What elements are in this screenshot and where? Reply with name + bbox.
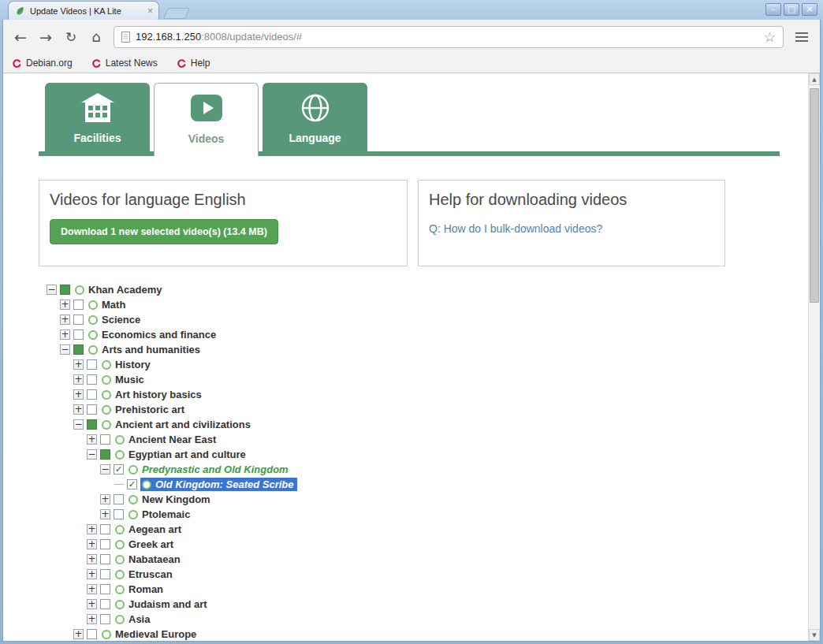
new-tab-button[interactable] (163, 8, 190, 19)
minimize-button[interactable]: – (765, 3, 781, 16)
scroll-up-icon[interactable]: ▲ (809, 73, 820, 85)
node-anchor[interactable]: Ancient art and civilizations (100, 418, 254, 431)
node-anchor[interactable]: Nabataean (114, 553, 184, 566)
node-anchor[interactable]: Ptolemaic (127, 508, 193, 521)
tab-facilities[interactable]: Facilities (45, 83, 150, 151)
node-anchor[interactable]: History (100, 358, 154, 371)
expand-toggle[interactable] (114, 479, 124, 490)
node-anchor[interactable]: Medieval Europe (100, 627, 199, 641)
bulk-download-help-link[interactable]: Q: How do I bulk-download videos? (429, 222, 602, 235)
expand-toggle[interactable]: + (100, 494, 110, 504)
node-checkbox[interactable]: ✓ (127, 479, 137, 490)
node-checkbox[interactable] (100, 539, 110, 549)
reload-icon[interactable]: ↻ (59, 25, 83, 49)
node-checkbox[interactable] (87, 404, 97, 415)
node-checkbox[interactable] (73, 329, 84, 340)
expand-toggle[interactable]: − (87, 449, 97, 460)
node-checkbox[interactable] (87, 374, 97, 385)
bookmark-debian[interactable]: Debian.org (12, 58, 73, 69)
node-checkbox[interactable] (87, 629, 97, 639)
expand-toggle[interactable]: − (60, 344, 70, 355)
node-anchor[interactable]: Etruscan (114, 568, 176, 581)
node-checkbox[interactable]: ✓ (114, 464, 124, 475)
scroll-down-icon[interactable]: ▼ (809, 629, 820, 641)
expand-toggle[interactable]: + (87, 539, 97, 549)
node-anchor[interactable]: Predynastic and Old Kingdom (127, 463, 292, 476)
expand-toggle[interactable]: + (87, 524, 97, 534)
node-anchor[interactable]: Math (87, 298, 128, 311)
expand-toggle[interactable]: + (73, 404, 84, 415)
node-checkbox[interactable] (100, 434, 110, 445)
node-checkbox[interactable] (100, 449, 110, 460)
scrollbar-thumb[interactable] (810, 88, 819, 303)
node-anchor[interactable]: Asia (114, 612, 153, 626)
expand-toggle[interactable]: − (47, 285, 57, 295)
expand-toggle[interactable]: − (100, 464, 110, 475)
browser-tab[interactable]: Update Videos | KA Lite × (8, 1, 159, 20)
browser-menu-icon[interactable] (789, 26, 814, 48)
address-bar[interactable]: 192.168.1.250:8008/update/videos/# ☆ (114, 26, 784, 48)
scrollbar-track[interactable] (809, 85, 820, 629)
node-checkbox[interactable] (60, 285, 70, 295)
expand-toggle[interactable]: + (60, 315, 70, 325)
node-checkbox[interactable] (87, 389, 97, 400)
bookmark-help[interactable]: Help (177, 58, 210, 69)
expand-toggle[interactable]: − (73, 419, 84, 430)
home-icon[interactable]: ⌂ (84, 25, 108, 49)
node-anchor[interactable]: Economics and finance (87, 328, 219, 341)
node-anchor[interactable]: Science (87, 313, 143, 326)
node-checkbox[interactable] (100, 584, 110, 594)
node-checkbox[interactable] (100, 599, 110, 609)
node-anchor[interactable]: Roman (114, 583, 166, 596)
close-button[interactable]: × (802, 3, 817, 16)
node-label: Prehistoric art (115, 404, 184, 415)
expand-toggle[interactable]: + (73, 359, 84, 370)
expand-toggle[interactable]: + (73, 374, 84, 385)
node-anchor[interactable]: Egyptian art and culture (114, 448, 249, 461)
expand-toggle[interactable]: + (87, 434, 97, 445)
node-anchor[interactable]: Judaism and art (114, 597, 210, 611)
node-checkbox[interactable] (100, 569, 110, 579)
forward-icon[interactable]: → (34, 25, 58, 49)
node-anchor[interactable]: Music (100, 373, 147, 386)
node-anchor[interactable]: Old Kingdom: Seated Scribe (140, 478, 297, 491)
node-anchor[interactable]: Art history basics (100, 388, 205, 401)
node-anchor[interactable]: Arts and humanities (87, 343, 203, 356)
page-scrollbar[interactable]: ▲ ▼ (808, 73, 820, 641)
tab-close-icon[interactable]: × (147, 6, 153, 16)
tab-videos[interactable]: Videos (154, 83, 259, 156)
expand-toggle[interactable]: + (87, 584, 97, 594)
expand-toggle[interactable]: + (87, 554, 97, 564)
node-checkbox[interactable] (114, 509, 124, 519)
bookmark-star-icon[interactable]: ☆ (764, 29, 776, 45)
node-checkbox[interactable] (73, 315, 84, 325)
download-videos-button[interactable]: Download 1 new selected video(s) (13.4 M… (50, 219, 278, 244)
expand-toggle[interactable]: + (100, 509, 110, 519)
node-checkbox[interactable] (87, 359, 97, 370)
node-checkbox[interactable] (100, 524, 110, 534)
node-checkbox[interactable] (114, 494, 124, 504)
node-anchor[interactable]: Greek art (114, 538, 177, 551)
node-anchor[interactable]: Prehistoric art (100, 403, 188, 416)
expand-toggle[interactable]: + (60, 300, 70, 310)
maximize-button[interactable]: □ (784, 3, 799, 16)
expand-toggle[interactable]: + (87, 614, 97, 624)
node-anchor[interactable]: Ancient Near East (114, 433, 219, 446)
back-icon[interactable]: ← (9, 25, 32, 49)
tree-node: + Ancient Near East (47, 432, 808, 447)
expand-toggle[interactable]: + (60, 329, 70, 340)
node-checkbox[interactable] (100, 554, 110, 564)
node-anchor[interactable]: Aegean art (114, 523, 184, 536)
node-checkbox[interactable] (87, 419, 97, 430)
expand-toggle[interactable]: + (73, 629, 84, 639)
node-checkbox[interactable] (73, 300, 84, 310)
node-checkbox[interactable] (100, 614, 110, 624)
node-anchor[interactable]: Khan Academy (73, 283, 165, 296)
node-anchor[interactable]: New Kingdom (127, 493, 214, 506)
tab-language[interactable]: Language (263, 83, 367, 151)
expand-toggle[interactable]: + (87, 599, 97, 609)
expand-toggle[interactable]: + (73, 389, 84, 400)
bookmark-latest-news[interactable]: Latest News (91, 58, 158, 69)
node-checkbox[interactable] (73, 344, 84, 355)
expand-toggle[interactable]: + (87, 569, 97, 579)
